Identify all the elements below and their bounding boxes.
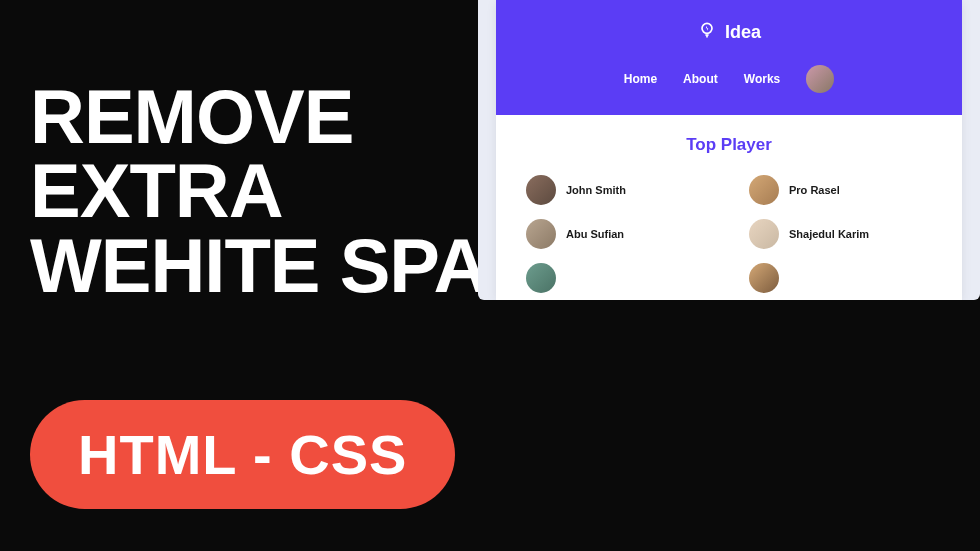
list-item[interactable]: [526, 263, 709, 293]
nav-works[interactable]: Works: [744, 72, 780, 86]
brand-name: Idea: [725, 22, 761, 43]
brand[interactable]: Idea: [526, 20, 932, 45]
tech-pill: HTML - CSS: [30, 400, 455, 509]
nav: Home About Works: [526, 65, 932, 93]
section-title: Top Player: [526, 135, 932, 155]
avatar: [749, 175, 779, 205]
nav-about[interactable]: About: [683, 72, 718, 86]
tech-pill-label: HTML - CSS: [78, 423, 407, 486]
lightbulb-icon: [697, 20, 717, 45]
content: Top Player John Smith Pro Rasel Abu Sufi…: [496, 115, 962, 300]
nav-home[interactable]: Home: [624, 72, 657, 86]
avatar: [749, 263, 779, 293]
avatar: [526, 219, 556, 249]
players-grid: John Smith Pro Rasel Abu Sufian Shajedul…: [526, 175, 932, 293]
list-item[interactable]: Shajedul Karim: [749, 219, 932, 249]
list-item[interactable]: John Smith: [526, 175, 709, 205]
avatar: [526, 175, 556, 205]
player-name: Shajedul Karim: [789, 228, 869, 240]
avatar[interactable]: [806, 65, 834, 93]
list-item[interactable]: Pro Rasel: [749, 175, 932, 205]
avatar: [526, 263, 556, 293]
player-name: Pro Rasel: [789, 184, 840, 196]
player-name: Abu Sufian: [566, 228, 624, 240]
browser-mockup: Idea Home About Works Top Player John Sm…: [478, 0, 980, 300]
list-item[interactable]: Abu Sufian: [526, 219, 709, 249]
list-item[interactable]: [749, 263, 932, 293]
site-frame: Idea Home About Works Top Player John Sm…: [496, 0, 962, 300]
hero: Idea Home About Works: [496, 0, 962, 115]
player-name: John Smith: [566, 184, 626, 196]
avatar: [749, 219, 779, 249]
